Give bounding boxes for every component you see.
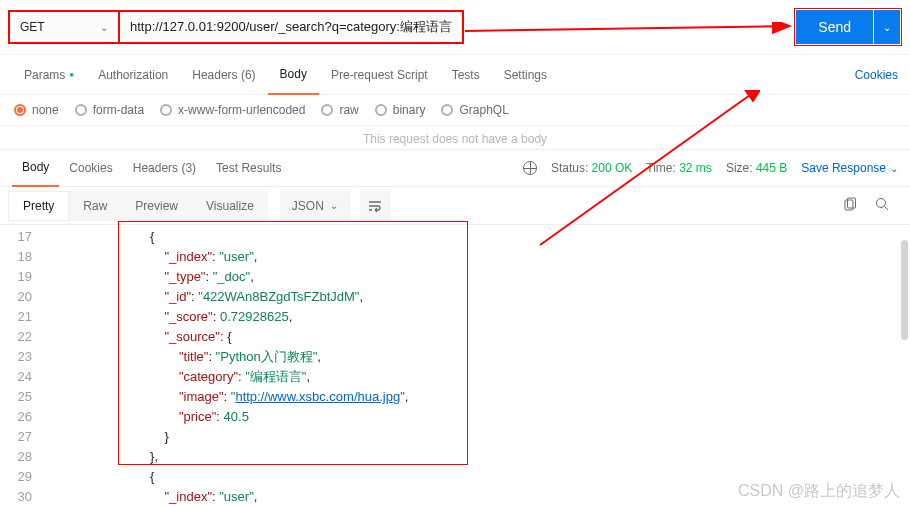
radio-icon (75, 104, 87, 116)
watermark: CSDN @路上的追梦人 (738, 481, 900, 502)
response-tabs: Body Cookies Headers (3) Test Results St… (0, 149, 910, 187)
tab-body[interactable]: Body (268, 55, 319, 95)
cookies-link[interactable]: Cookies (855, 68, 898, 82)
send-dropdown[interactable]: ⌄ (874, 10, 900, 44)
search-icon[interactable] (875, 197, 890, 215)
tab-authorization[interactable]: Authorization (86, 55, 180, 95)
send-button-group: Send ⌄ (794, 8, 902, 46)
copy-icon[interactable] (842, 197, 857, 215)
scrollbar[interactable] (901, 240, 908, 340)
no-body-message: This request does not have a body (0, 126, 910, 149)
response-body[interactable]: 17{ 18 "_index": "user", 19 "_type": "_d… (0, 225, 910, 506)
tab-settings[interactable]: Settings (492, 55, 559, 95)
svg-point-2 (877, 198, 886, 207)
rtab-body[interactable]: Body (12, 149, 59, 187)
status-info: Status: 200 OK (551, 161, 632, 175)
view-raw[interactable]: Raw (69, 191, 121, 221)
chevron-down-icon: ⌄ (330, 200, 338, 211)
rtab-cookies[interactable]: Cookies (59, 149, 122, 187)
chevron-down-icon: ⌄ (883, 22, 891, 33)
chevron-down-icon: ⌄ (100, 22, 108, 33)
view-row: Pretty Raw Preview Visualize JSON ⌄ (0, 187, 910, 225)
chevron-down-icon: ⌄ (890, 163, 898, 174)
url-input[interactable]: http://127.0.01:9200/user/_search?q=cate… (120, 10, 464, 44)
body-type-row: none form-data x-www-form-urlencoded raw… (0, 95, 910, 126)
url-value: http://127.0.01:9200/user/_search?q=cate… (130, 18, 452, 36)
save-response[interactable]: Save Response ⌄ (801, 161, 898, 175)
view-tabs: Pretty Raw Preview Visualize (8, 191, 268, 221)
radio-xwww[interactable]: x-www-form-urlencoded (160, 103, 305, 117)
radio-icon (160, 104, 172, 116)
rtab-headers[interactable]: Headers (3) (123, 149, 206, 187)
rtab-testresults[interactable]: Test Results (206, 149, 291, 187)
size-info: Size: 445 B (726, 161, 787, 175)
radio-icon (14, 104, 26, 116)
request-tabs: Params Authorization Headers (6) Body Pr… (0, 55, 910, 95)
radio-icon (321, 104, 333, 116)
send-button[interactable]: Send (796, 10, 873, 44)
view-preview[interactable]: Preview (121, 191, 192, 221)
format-select[interactable]: JSON ⌄ (280, 191, 350, 221)
method-select[interactable]: GET ⌄ (8, 10, 120, 44)
tab-prerequest[interactable]: Pre-request Script (319, 55, 440, 95)
tab-headers[interactable]: Headers (6) (180, 55, 267, 95)
radio-binary[interactable]: binary (375, 103, 426, 117)
time-info: Time: 32 ms (646, 161, 712, 175)
radio-raw[interactable]: raw (321, 103, 358, 117)
globe-icon[interactable] (523, 161, 537, 175)
radio-graphql[interactable]: GraphQL (441, 103, 508, 117)
svg-line-3 (885, 206, 889, 210)
view-pretty[interactable]: Pretty (8, 191, 69, 221)
tab-tests[interactable]: Tests (440, 55, 492, 95)
method-value: GET (20, 20, 45, 34)
radio-none[interactable]: none (14, 103, 59, 117)
radio-icon (441, 104, 453, 116)
wrap-lines-icon[interactable] (360, 191, 390, 221)
tab-params[interactable]: Params (12, 55, 86, 95)
radio-icon (375, 104, 387, 116)
view-visualize[interactable]: Visualize (192, 191, 268, 221)
radio-formdata[interactable]: form-data (75, 103, 144, 117)
